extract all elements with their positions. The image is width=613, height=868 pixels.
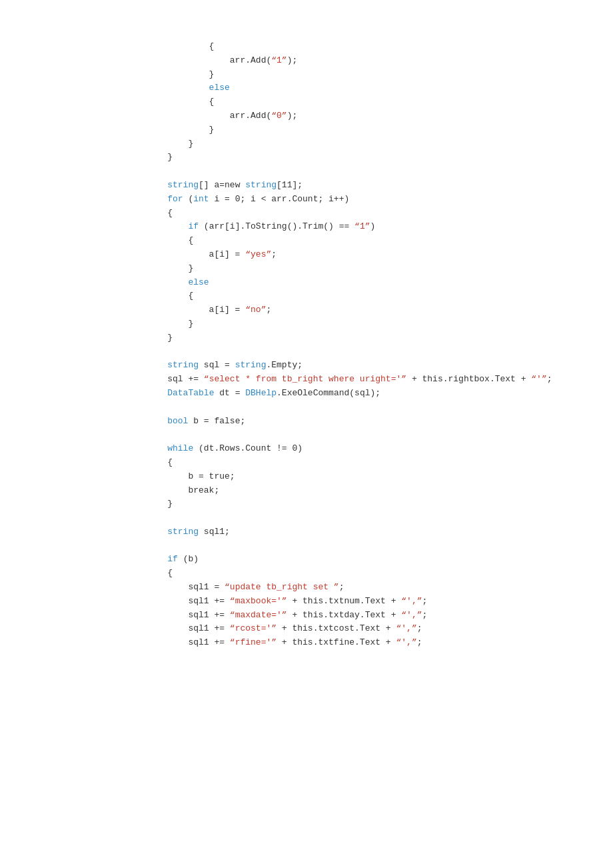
code-token: a[i] = (147, 305, 245, 315)
code-line: sql1 += “maxbook='” + this.txtnum.Text +… (147, 595, 586, 609)
code-token: bool (167, 416, 188, 426)
code-token: “no” (245, 305, 266, 315)
code-token: “',” (401, 596, 422, 606)
code-token: “1” (354, 221, 370, 231)
code-line (147, 345, 586, 359)
code-line: sql1 += “maxdate='” + this.txtday.Text +… (147, 609, 586, 623)
code-token: “',” (396, 623, 416, 633)
code-line: { (147, 567, 586, 581)
code-token: dt = (214, 388, 245, 398)
code-token: b = false; (188, 416, 245, 426)
code-token: { (147, 97, 214, 107)
code-line: { (147, 234, 586, 248)
code-token: ; (547, 374, 552, 384)
code-token: arr.Add( (147, 111, 271, 121)
code-token: { (147, 457, 173, 467)
code-token: { (147, 235, 193, 245)
code-token: “select * from tb_right where uright='” (204, 374, 406, 384)
code-line: sql1 += “rcost='” + this.txtcost.Text + … (147, 622, 586, 636)
code-line: } (147, 331, 586, 345)
code-token: string (167, 527, 199, 537)
code-token: “1” (271, 55, 287, 65)
code-token: + this.txtnum.Text + (287, 596, 402, 606)
code-line: string sql = string.Empty; (147, 359, 586, 373)
code-line: arr.Add(“1”); (147, 54, 586, 68)
code-token (147, 416, 167, 426)
code-line (147, 511, 586, 525)
code-token: sql = (199, 360, 235, 370)
code-token: arr.Add( (147, 55, 271, 65)
code-block: { arr.Add(“1”); } else { arr.Add(“0”); }… (147, 40, 586, 650)
code-token: “yes” (245, 249, 271, 259)
code-line: else (147, 81, 586, 95)
code-token: } (147, 319, 193, 329)
code-line: sql1 += “rfine='” + this.txtfine.Text + … (147, 636, 586, 650)
code-container: { arr.Add(“1”); } else { arr.Add(“0”); }… (0, 0, 613, 868)
code-line: break; (147, 484, 586, 498)
code-token: (dt.Rows.Count != 0) (193, 443, 303, 453)
code-token: { (147, 291, 193, 301)
code-token: { (147, 208, 173, 218)
code-token: ( (183, 194, 194, 204)
code-token: .ExeOleCommand(sql); (277, 388, 380, 398)
code-token: } (147, 499, 173, 509)
code-token: sql1; (199, 527, 230, 537)
code-token: } (147, 125, 214, 135)
code-token (147, 443, 167, 453)
code-token: sql1 = (147, 582, 225, 592)
code-token (147, 554, 167, 564)
code-line: } (147, 123, 586, 137)
code-token: if (167, 554, 178, 564)
code-token: ; (417, 623, 422, 633)
code-token: break; (147, 485, 219, 495)
code-token: .Empty; (266, 360, 303, 370)
code-token: ; (417, 637, 422, 647)
code-token: + this.txtday.Text + (287, 610, 402, 620)
code-token: (arr[i].ToString().Trim() == (199, 221, 354, 231)
code-line: } (147, 151, 586, 165)
code-token: while (167, 443, 193, 453)
code-line: b = true; (147, 470, 586, 484)
code-token: } (147, 333, 173, 343)
code-line: a[i] = “yes”; (147, 248, 586, 262)
code-token: [11]; (277, 180, 303, 190)
code-line: string[] a=new string[11]; (147, 179, 586, 193)
code-token: sql += (147, 374, 204, 384)
code-token: string (167, 180, 199, 190)
code-token: “0” (271, 111, 287, 121)
code-token (147, 527, 167, 537)
code-token: { (147, 568, 173, 578)
code-line: for (int i = 0; i < arr.Count; i++) (147, 193, 586, 207)
code-token: sql1 += (147, 623, 230, 633)
code-token: ; (422, 596, 428, 606)
code-token: ); (287, 55, 298, 65)
code-line (147, 401, 586, 415)
code-token: for (167, 194, 183, 204)
code-token: string (235, 360, 267, 370)
code-line: bool b = false; (147, 415, 586, 429)
code-token: sql1 += (147, 637, 230, 647)
code-line: sql1 = “update tb_right set ”; (147, 581, 586, 595)
code-token: sql1 += (147, 596, 230, 606)
code-token: i = 0; i < arr.Count; i++) (209, 194, 350, 204)
code-line: { (147, 40, 586, 54)
code-line (147, 165, 586, 179)
code-token: ); (287, 111, 298, 121)
code-token: “maxbook='” (230, 596, 287, 606)
code-token (147, 194, 167, 204)
code-line (147, 539, 586, 553)
code-token: sql1 += (147, 610, 230, 620)
code-token: else (188, 277, 209, 287)
code-token: string (245, 180, 277, 190)
code-line: } (147, 68, 586, 82)
code-token (147, 277, 188, 287)
code-token: ; (422, 610, 428, 620)
code-token: + this.txtfine.Text + (277, 637, 396, 647)
code-token: ) (370, 221, 375, 231)
code-token: + this.txtcost.Text + (277, 623, 396, 633)
code-token: DBHelp (245, 388, 277, 398)
code-token: “',” (401, 610, 422, 620)
code-token: } (147, 139, 193, 149)
code-line: if (b) (147, 553, 586, 567)
code-line: sql += “select * from tb_right where uri… (147, 373, 586, 387)
